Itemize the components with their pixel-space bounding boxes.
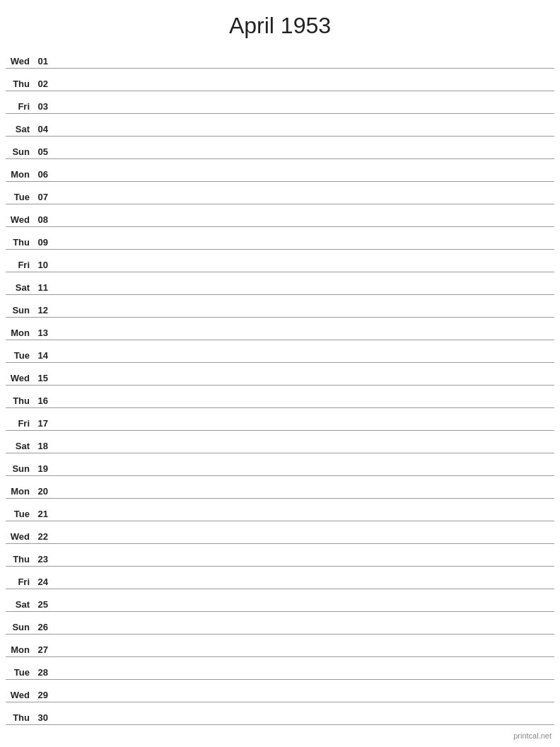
day-name: Thu <box>6 79 33 89</box>
day-row: Sun05 <box>6 137 554 159</box>
day-row: Sat04 <box>6 114 554 137</box>
day-name: Fri <box>6 101 33 112</box>
day-row: Tue14 <box>6 340 554 363</box>
day-number: 23 <box>33 554 52 564</box>
day-row: Sun26 <box>6 612 554 635</box>
day-number: 22 <box>33 531 52 542</box>
day-name: Sat <box>6 124 33 134</box>
day-name: Mon <box>6 644 33 655</box>
day-number: 21 <box>33 509 52 519</box>
day-number: 05 <box>33 146 52 157</box>
day-row: Mon20 <box>6 476 554 499</box>
day-row: Mon06 <box>6 159 554 182</box>
day-number: 16 <box>33 395 52 406</box>
day-number: 15 <box>33 373 52 383</box>
day-row: Wed01 <box>6 46 554 69</box>
day-row: Fri10 <box>6 250 554 272</box>
day-row: Sat18 <box>6 431 554 453</box>
day-name: Thu <box>6 237 33 248</box>
calendar-grid: Wed01Thu02Fri03Sat04Sun05Mon06Tue07Wed08… <box>0 46 560 725</box>
day-number: 25 <box>33 599 52 610</box>
day-row: Thu30 <box>6 702 554 725</box>
day-name: Tue <box>6 667 33 678</box>
day-name: Wed <box>6 214 33 225</box>
day-number: 18 <box>33 441 52 451</box>
day-row: Tue07 <box>6 182 554 204</box>
day-row: Thu23 <box>6 544 554 567</box>
day-row: Thu16 <box>6 386 554 408</box>
day-row: Thu09 <box>6 227 554 250</box>
day-name: Fri <box>6 418 33 429</box>
day-name: Tue <box>6 350 33 361</box>
day-name: Sat <box>6 282 33 293</box>
day-name: Thu <box>6 712 33 723</box>
day-number: 07 <box>33 192 52 202</box>
day-number: 09 <box>33 237 52 248</box>
day-row: Thu02 <box>6 69 554 91</box>
day-name: Tue <box>6 509 33 519</box>
day-number: 14 <box>33 350 52 361</box>
day-number: 03 <box>33 101 52 112</box>
day-number: 26 <box>33 622 52 632</box>
day-row: Mon27 <box>6 635 554 657</box>
day-number: 06 <box>33 169 52 180</box>
day-name: Thu <box>6 554 33 564</box>
day-name: Thu <box>6 395 33 406</box>
day-row: Tue28 <box>6 657 554 680</box>
day-name: Mon <box>6 169 33 180</box>
footer-credit: printcal.net <box>513 731 552 740</box>
day-number: 29 <box>33 690 52 700</box>
day-number: 17 <box>33 418 52 429</box>
day-name: Tue <box>6 192 33 202</box>
day-name: Fri <box>6 577 33 587</box>
day-name: Wed <box>6 690 33 700</box>
day-number: 24 <box>33 577 52 587</box>
day-number: 11 <box>33 282 52 293</box>
day-number: 04 <box>33 124 52 134</box>
day-number: 12 <box>33 305 52 315</box>
day-row: Sun19 <box>6 453 554 476</box>
day-row: Sun12 <box>6 295 554 318</box>
day-number: 01 <box>33 56 52 66</box>
day-number: 28 <box>33 667 52 678</box>
day-row: Sat11 <box>6 272 554 295</box>
day-number: 13 <box>33 328 52 338</box>
day-row: Wed22 <box>6 521 554 544</box>
day-row: Mon13 <box>6 318 554 340</box>
day-row: Wed08 <box>6 204 554 227</box>
day-number: 27 <box>33 644 52 655</box>
day-name: Sun <box>6 305 33 315</box>
day-number: 30 <box>33 712 52 723</box>
day-name: Sun <box>6 146 33 157</box>
day-row: Fri17 <box>6 408 554 431</box>
day-name: Mon <box>6 486 33 497</box>
day-name: Wed <box>6 56 33 66</box>
day-name: Wed <box>6 373 33 383</box>
day-name: Mon <box>6 328 33 338</box>
day-name: Fri <box>6 260 33 270</box>
day-row: Wed15 <box>6 363 554 386</box>
day-number: 10 <box>33 260 52 270</box>
page-title: April 1953 <box>0 0 560 46</box>
day-row: Fri24 <box>6 567 554 589</box>
day-name: Sun <box>6 622 33 632</box>
day-name: Sat <box>6 441 33 451</box>
day-row: Sat25 <box>6 589 554 612</box>
day-number: 20 <box>33 486 52 497</box>
day-name: Sat <box>6 599 33 610</box>
day-row: Tue21 <box>6 499 554 521</box>
day-number: 08 <box>33 214 52 225</box>
day-row: Wed29 <box>6 680 554 702</box>
day-name: Wed <box>6 531 33 542</box>
day-number: 02 <box>33 79 52 89</box>
day-name: Sun <box>6 463 33 474</box>
day-number: 19 <box>33 463 52 474</box>
day-row: Fri03 <box>6 91 554 114</box>
